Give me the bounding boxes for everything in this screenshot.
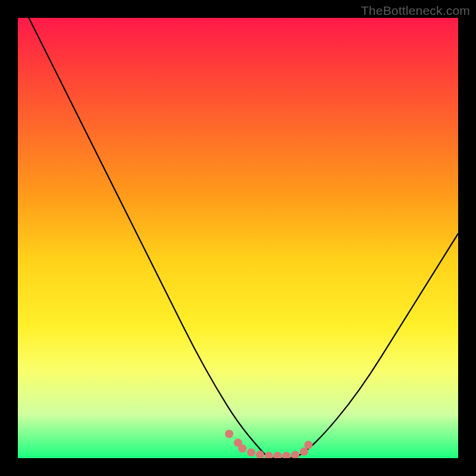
bottleneck-curve: [18, 18, 458, 458]
marker-dot: [304, 441, 312, 449]
chart-overlay: [18, 18, 458, 458]
marker-dot: [225, 430, 233, 438]
marker-points: [225, 430, 312, 458]
marker-dot: [274, 452, 282, 458]
attribution-text: TheBottleneck.com: [361, 4, 470, 18]
marker-dot: [291, 451, 299, 458]
marker-dot: [265, 452, 273, 458]
marker-dot: [247, 448, 255, 456]
plot-area: [18, 18, 458, 458]
marker-dot: [238, 444, 246, 453]
bottleneck-chart: TheBottleneck.com: [0, 0, 476, 476]
marker-dot: [282, 452, 290, 458]
